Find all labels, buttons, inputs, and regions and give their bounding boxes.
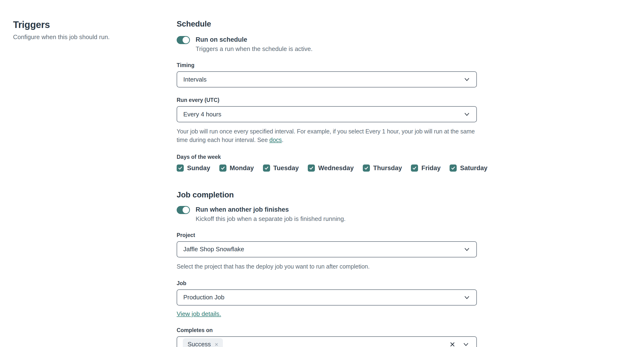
day-checkbox-wednesday[interactable]: Wednesday	[308, 164, 354, 172]
toggle-knob	[182, 37, 189, 43]
project-help-text: Select the project that has the deploy j…	[177, 262, 477, 271]
job-completion-section: Job completion Run when another job fini…	[177, 190, 477, 347]
checkbox-checked-icon	[363, 164, 370, 172]
project-select-value: Jaffle Shop Snowflake	[183, 246, 244, 253]
view-job-details-link[interactable]: View job details.	[177, 310, 221, 318]
checkbox-checked-icon	[263, 164, 270, 172]
run-every-help-text: Your job will run once every specified i…	[177, 127, 477, 144]
day-checkbox-thursday[interactable]: Thursday	[363, 164, 402, 172]
timing-label: Timing	[177, 62, 477, 68]
chevron-down-icon	[464, 246, 470, 253]
run-every-select-value: Every 4 hours	[183, 111, 221, 118]
days-of-week-row: Sunday Monday Tuesday Wednesday	[177, 164, 477, 172]
page-subtitle: Configure when this job should run.	[13, 33, 177, 41]
page-title: Triggers	[13, 19, 177, 30]
chevron-down-icon	[462, 341, 469, 347]
chevron-down-icon	[464, 76, 470, 83]
run-every-label: Run every (UTC)	[177, 97, 477, 103]
timing-select[interactable]: Intervals	[177, 71, 477, 87]
project-label: Project	[177, 232, 477, 238]
job-label: Job	[177, 280, 477, 287]
check-icon	[178, 166, 182, 170]
check-icon	[220, 166, 225, 170]
check-icon	[264, 166, 269, 170]
run-on-schedule-description: Triggers a run when the schedule is acti…	[196, 45, 312, 53]
run-when-job-finishes-toggle[interactable]	[177, 206, 190, 214]
checkbox-checked-icon	[450, 164, 457, 172]
day-checkbox-friday[interactable]: Friday	[411, 164, 440, 172]
schedule-section: Schedule Run on schedule Triggers a run …	[177, 19, 477, 172]
chevron-down-icon	[464, 294, 470, 301]
run-every-select[interactable]: Every 4 hours	[177, 106, 477, 122]
triggers-intro-panel: Triggers Configure when this job should …	[13, 19, 177, 347]
chevron-down-icon	[464, 111, 470, 118]
completes-on-multiselect[interactable]: Success ×	[177, 336, 477, 347]
completes-on-label: Completes on	[177, 327, 477, 334]
check-icon	[309, 166, 314, 170]
run-when-job-finishes-description: Kickoff this job when a separate job is …	[196, 215, 346, 223]
triggers-form: Schedule Run on schedule Triggers a run …	[177, 19, 477, 347]
docs-link[interactable]: docs	[269, 136, 282, 143]
run-when-job-finishes-row: Run when another job finishes Kickoff th…	[177, 206, 477, 223]
check-icon	[412, 166, 417, 170]
check-icon	[451, 166, 456, 170]
run-when-job-finishes-label: Run when another job finishes	[196, 206, 346, 213]
checkbox-checked-icon	[219, 164, 226, 172]
schedule-heading: Schedule	[177, 19, 477, 28]
run-every-field: Run every (UTC) Every 4 hours Your job w…	[177, 97, 477, 144]
day-checkbox-monday[interactable]: Monday	[219, 164, 254, 172]
job-select[interactable]: Production Job	[177, 289, 477, 306]
completes-on-field: Completes on Success ×	[177, 327, 477, 347]
checkbox-checked-icon	[308, 164, 315, 172]
job-select-value: Production Job	[183, 294, 224, 301]
days-of-week-label: Days of the week	[177, 154, 477, 160]
clear-all-button[interactable]	[449, 341, 456, 347]
job-field: Job Production Job View job details.	[177, 280, 477, 318]
project-field: Project Jaffle Shop Snowflake Select the…	[177, 232, 477, 271]
checkbox-checked-icon	[177, 164, 184, 172]
toggle-knob	[182, 207, 189, 213]
chip-remove-icon[interactable]: ×	[214, 341, 218, 347]
days-of-week-field: Days of the week Sunday Monday Tuesday	[177, 154, 477, 172]
checkbox-checked-icon	[411, 164, 418, 172]
timing-field: Timing Intervals	[177, 62, 477, 87]
check-icon	[364, 166, 369, 170]
day-checkbox-tuesday[interactable]: Tuesday	[263, 164, 299, 172]
dropdown-open-button[interactable]	[462, 341, 469, 347]
timing-select-value: Intervals	[183, 76, 206, 83]
chip-label: Success	[188, 341, 211, 347]
run-on-schedule-label: Run on schedule	[196, 36, 312, 43]
day-checkbox-saturday[interactable]: Saturday	[450, 164, 488, 172]
triggers-settings-page: Triggers Configure when this job should …	[0, 0, 644, 347]
run-on-schedule-row: Run on schedule Triggers a run when the …	[177, 36, 477, 53]
project-select[interactable]: Jaffle Shop Snowflake	[177, 241, 477, 257]
x-clear-icon	[449, 341, 456, 347]
job-completion-heading: Job completion	[177, 190, 477, 199]
selected-chip-success: Success ×	[183, 338, 223, 347]
run-on-schedule-toggle[interactable]	[177, 36, 190, 44]
day-checkbox-sunday[interactable]: Sunday	[177, 164, 210, 172]
